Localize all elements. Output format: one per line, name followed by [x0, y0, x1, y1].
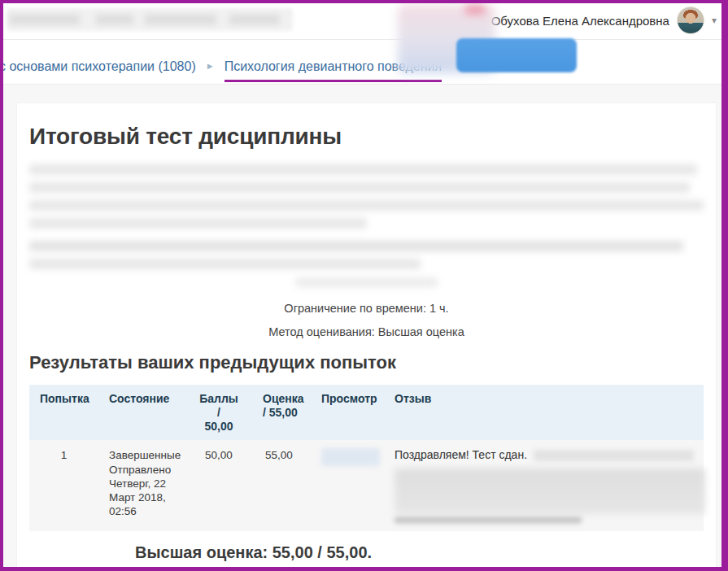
col-header-feedback: Отзыв — [388, 385, 704, 440]
page-frame: Обухова Елена Александровна ▾ с основами… — [0, 0, 728, 571]
redacted-text-line — [295, 277, 438, 287]
grading-method-text: Метод оценивания: Высшая оценка — [29, 325, 704, 338]
redacted-text-line — [29, 218, 367, 229]
breadcrumb: с основами психотерапии (1080) ► Психоло… — [3, 40, 721, 84]
attempt-number-cell: 1 — [29, 440, 98, 531]
col-header-attempt: Попытка — [29, 385, 98, 440]
attempt-feedback-cell: Поздравляем! Тест сдан. — [388, 440, 704, 531]
col-header-state: Состояние — [98, 385, 193, 440]
redacted-nav-menu — [7, 8, 293, 31]
redacted-text-line — [534, 450, 694, 461]
attempt-grade-cell: 55,00 — [245, 440, 315, 531]
results-heading: Результаты ваших предыдущих попыток — [29, 352, 704, 373]
col-header-review: Просмотр — [315, 385, 388, 440]
avatar[interactable] — [677, 7, 704, 34]
redacted-text-line — [29, 259, 421, 269]
final-grade-text: Высшая оценка: 55,00 / 55,00. — [135, 543, 704, 562]
redacted-text-line — [29, 241, 683, 251]
redacted-description — [29, 164, 704, 287]
user-name: Обухова Елена Александровна — [491, 14, 669, 28]
attempt-review-cell — [315, 440, 388, 531]
feedback-text: Поздравляем! Тест сдан. — [395, 448, 527, 463]
page-title: Итоговый тест дисциплины — [29, 124, 704, 150]
redacted-feedback-block — [395, 469, 705, 514]
attempt-state-cell: Завершенные Отправлено Четверг, 22 Март … — [98, 440, 193, 531]
redacted-text-line — [29, 164, 697, 175]
table-row: 1 Завершенные Отправлено Четверг, 22 Мар… — [29, 440, 704, 531]
time-limit-text: Ограничение по времени: 1 ч. — [29, 302, 704, 315]
chevron-down-icon[interactable]: ▾ — [712, 15, 717, 25]
content-card: Итоговый тест дисциплины Ограничение по … — [16, 102, 717, 567]
page-background: Итоговый тест дисциплины Ограничение по … — [3, 84, 721, 567]
col-header-grade: Оценка / 55,00 — [245, 385, 315, 440]
col-header-marks: Баллы / 50,00 — [193, 385, 245, 440]
attempt-marks-cell: 50,00 — [193, 440, 245, 531]
attempts-table-header-row: Попытка Состояние Баллы / 50,00 Оценка /… — [29, 385, 704, 440]
breadcrumb-course-link[interactable]: с основами психотерапии (1080) — [3, 59, 196, 74]
attempts-table: Попытка Состояние Баллы / 50,00 Оценка /… — [29, 385, 704, 531]
top-bar: Обухова Елена Александровна ▾ — [3, 3, 721, 40]
redacted-text-line — [29, 182, 690, 193]
user-menu[interactable]: Обухова Елена Александровна ▾ — [491, 7, 717, 34]
breadcrumb-arrow-icon: ► — [206, 61, 215, 71]
redacted-text-line — [395, 517, 582, 523]
breadcrumb-current-link[interactable]: Психология девиантного поведения — [225, 59, 442, 82]
redacted-review-link[interactable] — [321, 448, 380, 466]
redacted-text-line — [29, 200, 704, 211]
